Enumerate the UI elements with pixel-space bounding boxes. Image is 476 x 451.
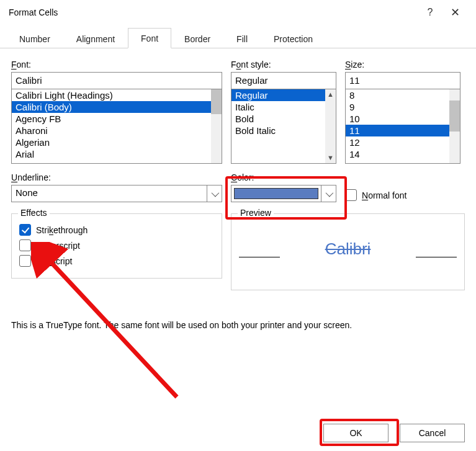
effects-legend: Effects — [18, 208, 50, 218]
scrollbar[interactable]: ▲ ▼ — [325, 89, 336, 163]
chevron-down-icon[interactable] — [321, 185, 336, 202]
list-item[interactable]: Aharoni — [12, 125, 222, 136]
tab-fill[interactable]: Fill — [223, 29, 261, 48]
list-item[interactable]: 12 — [346, 136, 460, 148]
list-item[interactable]: 11 — [346, 125, 460, 136]
tab-alignment[interactable]: Alignment — [63, 29, 128, 48]
chevron-down-icon[interactable] — [207, 185, 222, 202]
font-label: Font: — [11, 60, 222, 69]
title-bar: Format Cells ? ✕ — [0, 0, 476, 24]
font-style-label: Font style: — [231, 60, 336, 69]
size-input[interactable]: 11 — [345, 72, 460, 89]
list-item[interactable]: 9 — [346, 101, 460, 113]
list-item[interactable]: Bold Italic — [231, 125, 336, 136]
arrow-up-icon[interactable]: ▲ — [325, 89, 336, 100]
tab-strip: Number Alignment Font Border Fill Protec… — [0, 24, 476, 48]
ok-button[interactable]: OK — [323, 424, 388, 442]
color-label: Color: — [231, 172, 336, 182]
font-hint: This is a TrueType font. The same font w… — [11, 320, 465, 330]
font-style-listbox[interactable]: Regular Italic Bold Bold Italic ▲ ▼ — [231, 89, 336, 164]
tab-border[interactable]: Border — [171, 29, 223, 48]
font-input[interactable]: Calibri — [11, 72, 222, 89]
list-item[interactable]: Arial — [12, 148, 222, 160]
scrollbar[interactable] — [449, 89, 460, 163]
dialog-buttons: OK Cancel — [323, 424, 465, 442]
subscript-checkbox[interactable] — [19, 255, 31, 267]
strikethrough-label: Strikethrough — [36, 225, 88, 235]
strikethrough-checkbox[interactable] — [19, 224, 31, 236]
list-item[interactable]: Calibri (Body) — [12, 101, 222, 113]
size-listbox[interactable]: 8 9 10 11 12 14 — [345, 89, 460, 164]
underline-combo[interactable]: None — [11, 185, 222, 202]
list-item[interactable]: Bold — [231, 113, 336, 125]
list-item[interactable]: Calibri Light (Headings) — [12, 89, 222, 101]
superscript-checkbox[interactable] — [19, 239, 31, 251]
tab-number[interactable]: Number — [6, 29, 63, 48]
list-item[interactable]: Regular — [231, 89, 336, 101]
list-item[interactable]: Agency FB — [12, 113, 222, 125]
preview-text: Calibri — [325, 239, 371, 259]
cancel-button[interactable]: Cancel — [400, 424, 465, 442]
tab-font[interactable]: Font — [128, 28, 171, 48]
list-item[interactable]: Italic — [231, 101, 336, 113]
list-item[interactable]: 8 — [346, 89, 460, 101]
tab-protection[interactable]: Protection — [261, 29, 326, 48]
dialog-title: Format Cells — [9, 7, 418, 17]
tab-panel-font: Font: Calibri Calibri Light (Headings) C… — [0, 48, 476, 330]
list-item[interactable]: 10 — [346, 113, 460, 125]
subscript-label: Subscript — [36, 256, 72, 266]
normal-font-label: Normal font — [362, 190, 406, 200]
normal-font-checkbox[interactable] — [345, 189, 357, 201]
scrollbar[interactable] — [211, 89, 222, 163]
preview-legend: Preview — [238, 208, 274, 218]
color-combo[interactable] — [231, 185, 336, 202]
list-item[interactable]: Algerian — [12, 136, 222, 148]
underline-label: Underline: — [11, 172, 222, 182]
font-style-input[interactable]: Regular — [231, 72, 336, 89]
close-icon[interactable]: ✕ — [442, 6, 467, 19]
help-icon[interactable]: ? — [418, 7, 442, 18]
color-swatch — [234, 188, 318, 199]
arrow-down-icon[interactable]: ▼ — [325, 153, 336, 163]
effects-group: Effects Strikethrough Superscript Subscr… — [11, 213, 222, 279]
list-item[interactable]: 14 — [346, 148, 460, 160]
superscript-label: Superscript — [36, 241, 80, 251]
preview-group: Preview Calibri — [231, 213, 465, 290]
font-listbox[interactable]: Calibri Light (Headings) Calibri (Body) … — [11, 89, 222, 164]
size-label: Size: — [345, 60, 460, 69]
